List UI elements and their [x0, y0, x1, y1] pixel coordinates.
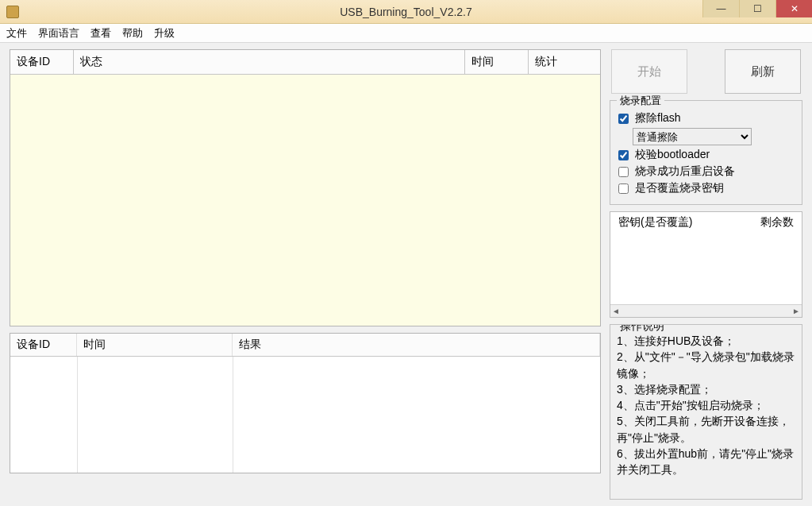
key-list: 密钥(是否覆盖) 剩余数 ◄ ► — [610, 211, 802, 318]
result-col-result[interactable]: 结果 — [233, 334, 600, 356]
overwrite-key-label: 是否覆盖烧录密钥 — [635, 181, 724, 195]
scroll-right-icon[interactable]: ► — [792, 307, 800, 315]
instructions-group: 操作说明 1、连接好HUB及设备； 2、从"文件"－"导入烧录包"加载烧录镜像；… — [610, 324, 802, 500]
result-col-deviceid[interactable]: 设备ID — [10, 334, 77, 356]
erase-mode-select[interactable]: 普通擦除 — [633, 128, 752, 145]
key-list-scrollbar[interactable]: ◄ ► — [610, 304, 802, 317]
status-col-deviceid[interactable]: 设备ID — [10, 50, 74, 75]
refresh-button[interactable]: 刷新 — [725, 49, 801, 94]
reboot-after-label: 烧录成功后重启设备 — [635, 164, 735, 179]
result-table: 设备ID 时间 结果 — [10, 333, 601, 473]
menu-help[interactable]: 帮助 — [122, 26, 143, 41]
start-button[interactable]: 开始 — [611, 49, 687, 94]
erase-flash-label: 擦除flash — [635, 111, 681, 126]
status-col-stats[interactable]: 统计 — [529, 50, 600, 75]
menu-bar: 文件 界面语言 查看 帮助 升级 — [0, 24, 812, 43]
status-col-state[interactable]: 状态 — [74, 50, 465, 75]
window-title: USB_Burning_Tool_V2.2.7 — [340, 6, 472, 18]
instruction-line: 4、点击"开始"按钮启动烧录； — [617, 397, 795, 413]
result-col-time[interactable]: 时间 — [77, 334, 233, 356]
menu-file[interactable]: 文件 — [6, 26, 27, 41]
menu-upgrade[interactable]: 升级 — [154, 26, 175, 41]
app-icon — [6, 6, 19, 18]
reboot-after-checkbox[interactable] — [618, 167, 629, 177]
window-controls: — ☐ ✕ — [702, 0, 812, 17]
maximize-button[interactable]: ☐ — [739, 0, 775, 17]
menu-view[interactable]: 查看 — [90, 26, 111, 41]
menu-language[interactable]: 界面语言 — [38, 26, 79, 41]
instruction-line: 3、选择烧录配置； — [617, 381, 795, 397]
key-col-remain[interactable]: 剩余数 — [760, 215, 794, 230]
scroll-left-icon[interactable]: ◄ — [612, 307, 620, 315]
instruction-line: 6、拔出外置hub前，请先"停止"烧录并关闭工具。 — [617, 446, 795, 478]
instruction-line: 5、关闭工具前，先断开设备连接，再"停止"烧录。 — [617, 413, 795, 446]
instruction-line: 2、从"文件"－"导入烧录包"加载烧录镜像； — [617, 349, 795, 381]
close-button[interactable]: ✕ — [775, 0, 812, 17]
key-col-key[interactable]: 密钥(是否覆盖) — [618, 215, 692, 230]
minimize-button[interactable]: — — [702, 0, 739, 17]
status-table: 设备ID 状态 时间 统计 — [10, 49, 601, 326]
burn-config-group: 烧录配置 擦除flash 普通擦除 校验bootloader 烧录成功后重启设备 — [610, 100, 802, 205]
key-list-body — [610, 233, 802, 304]
result-table-body — [10, 357, 600, 473]
burn-config-legend: 烧录配置 — [617, 94, 664, 108]
verify-bootloader-label: 校验bootloader — [635, 148, 710, 162]
status-table-body — [10, 75, 600, 326]
erase-flash-checkbox[interactable] — [618, 114, 629, 124]
overwrite-key-checkbox[interactable] — [618, 183, 629, 194]
instruction-line: 1、连接好HUB及设备； — [617, 333, 795, 349]
verify-bootloader-checkbox[interactable] — [618, 150, 629, 160]
status-col-time[interactable]: 时间 — [465, 50, 529, 75]
title-bar: USB_Burning_Tool_V2.2.7 — ☐ ✕ — [0, 0, 812, 24]
instructions-legend: 操作说明 — [617, 324, 668, 334]
